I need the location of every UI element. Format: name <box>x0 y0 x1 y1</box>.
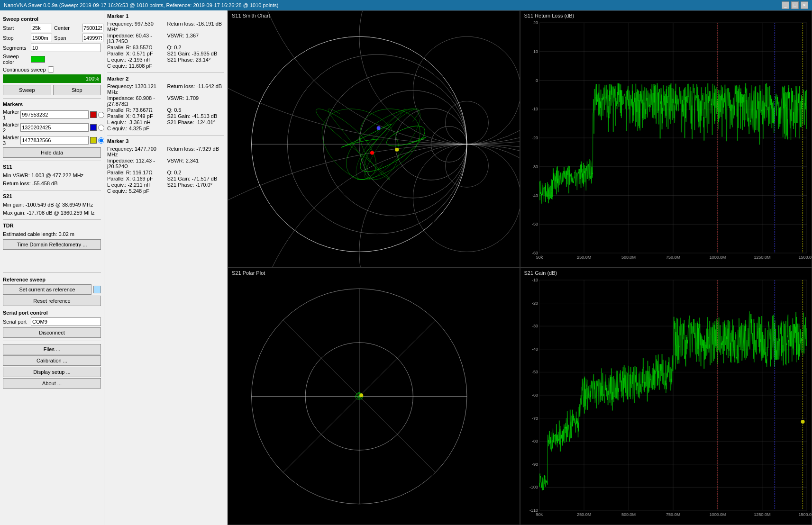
close-button[interactable]: ✕ <box>801 1 808 9</box>
serial-port-title: Serial port control <box>3 310 101 316</box>
maximize-button[interactable]: □ <box>791 1 799 9</box>
display-setup-button[interactable]: Display setup ... <box>3 367 101 377</box>
marker1-input[interactable] <box>20 110 89 119</box>
marker1-color[interactable] <box>90 111 97 118</box>
m2-ce: C equiv.: 4.325 pF <box>107 126 164 131</box>
sweep-button[interactable]: Sweep <box>3 85 51 95</box>
marker2-row: Marker 2 <box>3 122 101 133</box>
m1-freq-key: Frequency: 997.530 MHz <box>107 21 164 32</box>
m1-imp-key: Impedance: 60.43 -j13.745Ω <box>107 33 164 44</box>
m1-s21g-key: S21 Gain: -35.935 dB <box>167 51 225 56</box>
m1-px-key: Parallel X: 0.571 pF <box>107 51 164 56</box>
serial-port-input[interactable] <box>31 317 101 326</box>
center-panel: Marker 1 Frequency: 997.530 MHz Return l… <box>104 10 228 525</box>
marker2-color[interactable] <box>90 124 97 131</box>
left-panel: Sweep control Start Center Stop Span Seg… <box>0 10 104 525</box>
sweep-color-box[interactable] <box>31 56 45 63</box>
polar-chart-canvas <box>228 268 520 525</box>
m1-rl-key: Return loss: -16.191 dB <box>167 21 225 32</box>
serial-port-label: Serial port <box>3 319 29 325</box>
stop-button[interactable]: Stop <box>53 85 101 95</box>
marker2-data-title: Marker 2 <box>107 76 224 81</box>
marker1-data: Marker 1 Frequency: 997.530 MHz Return l… <box>107 13 224 69</box>
m3-s21p: S21 Phase: -170.0° <box>167 182 225 188</box>
title-bar: NanoVNA Saver 0.0.9a (Sweep: 2019-09-17 … <box>0 0 812 10</box>
return-loss-chart-container: S11 Return Loss (dB) <box>520 10 812 268</box>
s21-title: S21 <box>3 193 101 199</box>
marker1-label: Marker 1 <box>3 109 19 120</box>
m3-rl: Return loss: -7.929 dB <box>167 146 225 157</box>
m3-le: L equiv.: -2.211 nH <box>107 182 164 188</box>
progress-label: 100% <box>86 74 99 83</box>
m1-ce-key: C equiv.: 11.608 pF <box>107 63 164 69</box>
m3-pr: Parallel R: 116.17Ω <box>107 170 164 175</box>
charts-area: S11 Smith Chart S11 Return Loss (dB) S21… <box>228 10 812 525</box>
m3-freq: Frequency: 1477.700 MHz <box>107 146 164 157</box>
m2-s21p: S21 Phase: -124.01° <box>167 119 225 125</box>
m2-rl: Return loss: -11.642 dB <box>167 83 225 95</box>
return-loss-chart-title: S11 Return Loss (dB) <box>524 13 575 18</box>
marker3-color[interactable] <box>90 137 97 144</box>
m1-vswr-key: VSWR: 1.367 <box>167 33 225 44</box>
marker2-radio[interactable] <box>98 125 104 131</box>
set-reference-button[interactable]: Set current as reference <box>3 284 91 295</box>
reference-color-indicator <box>93 286 101 293</box>
m3-vswr: VSWR: 2.341 <box>167 158 225 169</box>
m1-s21p-key: S21 Phase: 23.14° <box>167 57 225 63</box>
m3-px: Parallel X: 0.169 pF <box>107 176 164 181</box>
m2-q: Q: 0.5 <box>167 107 225 113</box>
segments-input[interactable] <box>31 44 101 52</box>
m2-pr: Parallel R: 73.667Ω <box>107 107 164 113</box>
marker1-radio[interactable] <box>98 112 104 118</box>
gain-chart-title: S21 Gain (dB) <box>524 270 557 276</box>
m2-imp: Impedance: 60.908 -j27.878Ω <box>107 95 164 107</box>
marker3-radio[interactable] <box>98 137 104 144</box>
m1-le-key: L equiv.: -2.193 nH <box>107 57 164 63</box>
continuous-sweep-label: Continuous sweep <box>3 67 46 72</box>
m2-s21g: S21 Gain: -41.513 dB <box>167 113 225 119</box>
minimize-button[interactable]: _ <box>782 1 789 9</box>
segments-label: Segments <box>3 45 29 51</box>
marker1-row: Marker 1 <box>3 109 101 120</box>
sweep-color-label: Sweep color <box>3 54 29 65</box>
markers-title: Markers <box>3 101 101 107</box>
marker3-row: Marker 3 <box>3 135 101 146</box>
files-button[interactable]: Files ... <box>3 344 101 354</box>
polar-chart-container: S21 Polar Plot <box>228 268 520 525</box>
m3-imp: Impedance: 112.43 -j20.524Ω <box>107 158 164 169</box>
m2-px: Parallel X: 0.749 pF <box>107 113 164 119</box>
m2-freq: Frequency: 1320.121 MHz <box>107 83 164 95</box>
marker1-data-title: Marker 1 <box>107 13 224 19</box>
disconnect-button[interactable]: Disconnect <box>3 327 101 338</box>
marker3-data: Marker 3 Frequency: 1477.700 MHz Return … <box>107 138 224 194</box>
stop-input[interactable] <box>31 34 52 42</box>
s11-title: S11 <box>3 164 101 170</box>
hide-data-button[interactable]: Hide data <box>3 147 101 158</box>
reset-reference-button[interactable]: Reset reference <box>3 296 101 306</box>
marker3-data-title: Marker 3 <box>107 138 224 144</box>
smith-chart-title: S11 Smith Chart <box>232 13 270 18</box>
start-input[interactable] <box>31 24 52 32</box>
calibration-button[interactable]: Calibration ... <box>3 355 101 366</box>
marker3-input[interactable] <box>20 136 89 145</box>
gain-chart-container: S21 Gain (dB) <box>520 268 812 525</box>
marker2-data: Marker 2 Frequency: 1320.121 MHz Return … <box>107 76 224 131</box>
stop-label: Stop <box>3 35 29 41</box>
continuous-sweep-checkbox[interactable] <box>48 66 54 72</box>
tdr-cable-length: Estimated cable length: 0.02 m <box>3 230 101 238</box>
m1-q-key: Q: 0.2 <box>167 45 225 50</box>
title-text: NanoVNA Saver 0.0.9a (Sweep: 2019-09-17 … <box>4 2 278 8</box>
s21-max-gain: Max gain: -17.708 dB @ 1360.259 MHz <box>3 209 101 217</box>
center-input[interactable] <box>82 24 103 32</box>
s21-min-gain: Min gain: -100.549 dB @ 38.6949 MHz <box>3 201 101 209</box>
span-input[interactable] <box>82 34 103 42</box>
about-button[interactable]: About ... <box>3 378 101 389</box>
m3-s21g: S21 Gain: -71.517 dB <box>167 176 225 181</box>
marker2-label: Marker 2 <box>3 122 19 133</box>
smith-chart-container: S11 Smith Chart <box>228 10 520 268</box>
sweep-control-title: Sweep control <box>3 16 101 22</box>
tdr-button[interactable]: Time Domain Reflectometry ... <box>3 239 101 250</box>
marker2-input[interactable] <box>20 123 89 132</box>
center-label: Center <box>54 25 80 31</box>
reference-sweep-title: Reference sweep <box>3 277 101 282</box>
